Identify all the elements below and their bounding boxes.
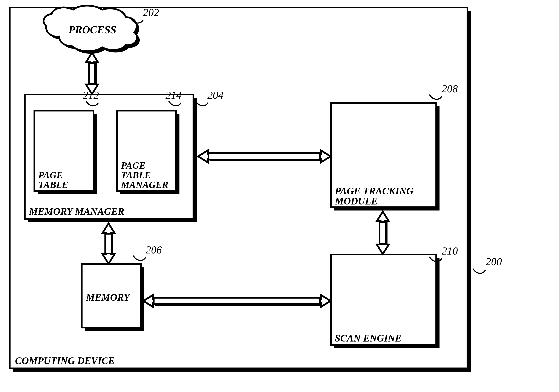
process-label: PROCESS (68, 24, 116, 36)
page-table-label-l2: TABLE (38, 180, 68, 190)
scan-engine-box: SCAN ENGINE (331, 255, 439, 348)
page-tracking-box: PAGE TRACKING MODULE (331, 103, 439, 210)
scan-engine-label: SCAN ENGINE (335, 333, 402, 344)
page-table-manager-box: PAGE TABLE MANAGER (117, 111, 179, 194)
svg-text:210: 210 (442, 245, 458, 257)
page-tracking-label-l2: MODULE (335, 196, 378, 207)
ptm-label-l3: MANAGER (121, 180, 168, 190)
svg-text:204: 204 (207, 89, 224, 101)
svg-rect-20 (331, 255, 436, 345)
ptm-label-l1: PAGE (121, 160, 146, 171)
memory-label: MEMORY (86, 292, 131, 303)
svg-rect-27 (380, 220, 386, 246)
svg-text:208: 208 (442, 83, 458, 95)
svg-rect-31 (153, 298, 324, 304)
svg-text:206: 206 (146, 244, 162, 256)
page-tracking-label-l1: PAGE TRACKING (335, 186, 413, 197)
page-table-label-l1: PAGE (38, 170, 63, 181)
svg-rect-25 (105, 232, 112, 256)
diagram-canvas: COMPUTING DEVICE 200 PROCESS 202 MEMORY … (0, 0, 559, 392)
memory-box: MEMORY (82, 264, 144, 331)
ref-200: 200 (473, 255, 502, 273)
computing-device-label: COMPUTING DEVICE (15, 355, 115, 366)
svg-text:214: 214 (166, 89, 182, 101)
svg-text:200: 200 (486, 255, 502, 268)
svg-rect-29 (207, 153, 324, 160)
ptm-label-l2: TABLE (121, 170, 151, 181)
memory-manager-label: MEMORY MANAGER (29, 206, 124, 217)
svg-text:202: 202 (143, 6, 159, 18)
page-table-box: PAGE TABLE (34, 111, 97, 194)
